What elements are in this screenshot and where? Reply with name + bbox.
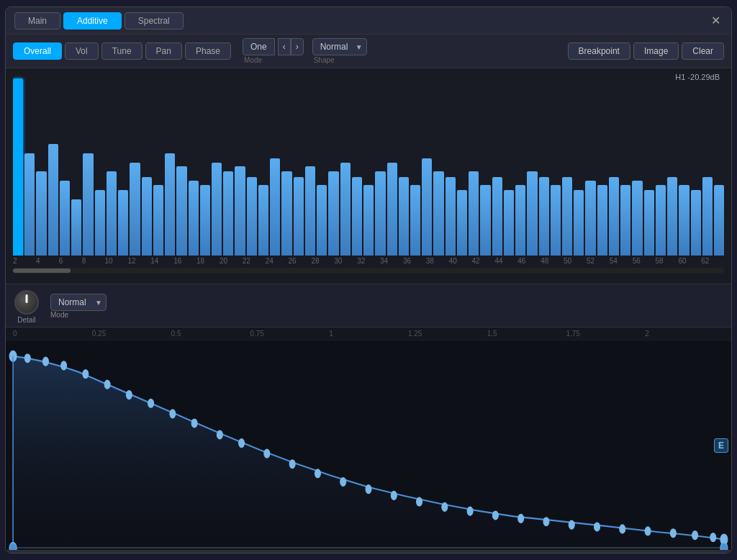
spectrum-bar-17[interactable] — [212, 163, 222, 256]
spectrum-bar-1[interactable] — [24, 153, 35, 256]
spectrum-bar-5[interactable] — [71, 199, 81, 256]
close-button[interactable]: ✕ — [708, 14, 723, 28]
tab-tune[interactable]: Tune — [101, 42, 143, 60]
detail-knob[interactable] — [14, 290, 39, 315]
svg-point-24 — [569, 520, 574, 529]
spectrum-bar-3[interactable] — [48, 144, 58, 256]
spectrum-bar-9[interactable] — [118, 190, 128, 256]
image-button[interactable]: Image — [633, 42, 679, 60]
spectrum-bar-21[interactable] — [258, 185, 268, 256]
tab-main[interactable]: Main — [14, 12, 60, 30]
spectrum-bar-27[interactable] — [328, 171, 338, 256]
spectrum-bar-11[interactable] — [142, 177, 152, 256]
spectrum-chart[interactable] — [13, 68, 724, 256]
breakpoint-button[interactable]: Breakpoint — [568, 42, 630, 60]
spectrum-bar-12[interactable] — [153, 185, 163, 256]
spectrum-bar-2[interactable] — [36, 171, 46, 256]
axis-label: 40 — [449, 257, 472, 265]
spectrum-bar-18[interactable] — [223, 171, 233, 256]
axis-label: 42 — [472, 257, 495, 265]
spectrum-bar-22[interactable] — [270, 158, 280, 256]
detail-mode-select[interactable]: Normal Linear Custom — [50, 294, 107, 311]
spectrum-bar-53[interactable] — [632, 181, 642, 256]
spectrum-bar-28[interactable] — [340, 163, 351, 256]
spectrum-bar-57[interactable] — [679, 185, 689, 256]
spectrum-bar-34[interactable] — [410, 185, 420, 256]
spectrum-bar-50[interactable] — [597, 185, 607, 256]
spectrum-bar-6[interactable] — [83, 153, 93, 256]
spectrum-bar-7[interactable] — [95, 190, 105, 256]
tab-pan[interactable]: Pan — [145, 42, 182, 60]
svg-point-5 — [104, 380, 110, 389]
spectrum-bar-59[interactable] — [702, 177, 713, 256]
spectrum-bar-29[interactable] — [352, 177, 362, 256]
e-marker[interactable]: E — [714, 438, 728, 453]
tab-phase[interactable]: Phase — [185, 42, 231, 60]
spectrum-bar-52[interactable] — [620, 185, 630, 256]
spectrum-bar-33[interactable] — [399, 177, 409, 256]
tab-additive[interactable]: Additive — [63, 12, 122, 30]
spectrum-bar-40[interactable] — [480, 185, 490, 256]
one-button[interactable]: One — [243, 38, 275, 55]
spectrum-bar-26[interactable] — [317, 185, 327, 256]
spectrum-bar-37[interactable] — [446, 177, 456, 256]
spectrum-bar-15[interactable] — [189, 181, 199, 256]
spectrum-bar-56[interactable] — [667, 177, 677, 256]
spectrum-bar-4[interactable] — [60, 181, 70, 256]
spectrum-scrollbar-thumb[interactable] — [13, 268, 71, 273]
spectrum-bar-39[interactable] — [469, 171, 479, 256]
spectrum-bar-32[interactable] — [387, 163, 397, 256]
spectrum-bar-16[interactable] — [200, 185, 210, 256]
envelope-scrollbar-thumb[interactable] — [6, 551, 731, 553]
spectrum-bar-51[interactable] — [609, 177, 619, 256]
spectrum-bar-23[interactable] — [281, 171, 291, 256]
spectrum-bar-58[interactable] — [691, 190, 701, 256]
tab-overall[interactable]: Overall — [13, 42, 62, 60]
nav-prev-button[interactable]: ‹ — [278, 38, 291, 55]
tab-spectral[interactable]: Spectral — [125, 12, 184, 30]
spectrum-bar-20[interactable] — [247, 177, 257, 256]
axis-label: 32 — [357, 257, 380, 265]
spectrum-bar-14[interactable] — [176, 166, 186, 256]
spectrum-bar-41[interactable] — [492, 177, 502, 256]
spectrum-bar-36[interactable] — [433, 171, 443, 256]
spectrum-bar-47[interactable] — [562, 177, 572, 256]
spectrum-bar-13[interactable] — [165, 153, 175, 256]
spectrum-bar-0[interactable] — [13, 78, 23, 256]
nav-buttons: ‹ › — [278, 38, 304, 55]
spectrum-bar-46[interactable] — [551, 185, 561, 256]
spectrum-bar-25[interactable] — [305, 166, 315, 256]
spectrum-bar-44[interactable] — [527, 171, 537, 256]
spectrum-bar-42[interactable] — [504, 190, 514, 256]
clear-button[interactable]: Clear — [682, 42, 724, 60]
spectrum-bar-60[interactable] — [714, 185, 724, 256]
svg-point-23 — [543, 518, 549, 526]
spectrum-bar-30[interactable] — [363, 185, 374, 256]
spectrum-bar-24[interactable] — [294, 177, 304, 256]
spectrum-bar-43[interactable] — [515, 185, 525, 256]
svg-point-30 — [710, 533, 716, 542]
shape-select[interactable]: Normal Linear Custom — [312, 38, 367, 55]
spectrum-bar-38[interactable] — [457, 190, 467, 256]
nav-next-button[interactable]: › — [291, 38, 304, 55]
spectrum-bar-10[interactable] — [130, 163, 140, 256]
spectrum-bar-49[interactable] — [585, 181, 595, 256]
spectrum-scrollbar[interactable] — [13, 268, 724, 274]
envelope-section: 00.250.50.7511.251.51.752 — [6, 328, 731, 553]
spectrum-bar-31[interactable] — [375, 171, 385, 256]
spectrum-bar-55[interactable] — [656, 185, 666, 256]
svg-point-25 — [594, 523, 600, 531]
axis-label: 2 — [13, 257, 36, 265]
envelope-scrollbar[interactable] — [6, 550, 731, 553]
spectrum-bar-8[interactable] — [107, 171, 117, 256]
svg-point-20 — [467, 507, 473, 515]
spectrum-bar-19[interactable] — [235, 166, 245, 256]
tab-vol[interactable]: Vol — [65, 42, 99, 60]
envelope-chart[interactable]: E — [6, 340, 731, 550]
spectrum-bar-45[interactable] — [539, 177, 549, 256]
spectrum-bar-35[interactable] — [422, 158, 432, 256]
spectrum-bar-48[interactable] — [574, 190, 584, 256]
spectrum-bar-54[interactable] — [644, 190, 654, 256]
axis-label: 4 — [36, 257, 59, 265]
env-axis-label: 0.25 — [92, 330, 171, 338]
